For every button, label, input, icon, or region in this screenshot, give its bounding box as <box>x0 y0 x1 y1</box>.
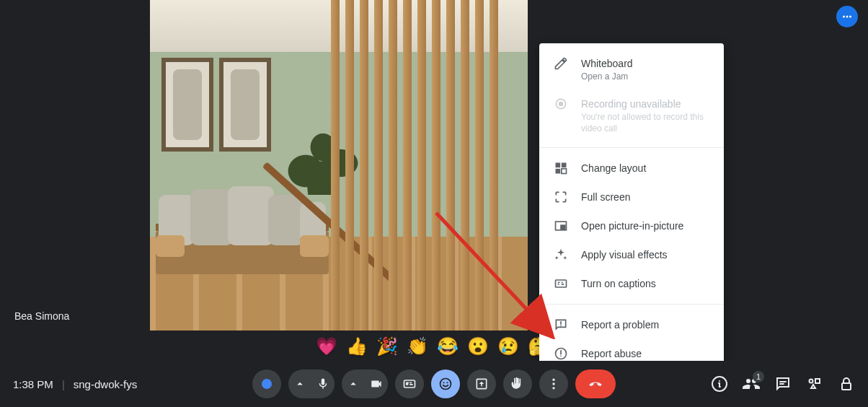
menu-item-captions[interactable]: Turn on captions <box>539 269 724 298</box>
separator: | <box>62 378 65 390</box>
menu-item-fullscreen[interactable]: Full screen <box>539 183 724 211</box>
meeting-details-button[interactable] <box>711 375 728 393</box>
menu-label: Open picture-in-picture <box>581 219 683 233</box>
mic-options-button[interactable] <box>288 369 311 398</box>
svg-point-4 <box>559 102 563 106</box>
captions-button[interactable] <box>395 369 424 398</box>
report-abuse-icon <box>554 346 568 361</box>
svg-rect-5 <box>556 163 561 168</box>
pencil-icon <box>554 56 568 71</box>
svg-rect-16 <box>404 380 415 388</box>
reactions-button[interactable] <box>431 369 460 398</box>
svg-rect-6 <box>562 163 567 168</box>
extension-more-button[interactable] <box>836 6 858 27</box>
menu-sub: You're not allowed to record this video … <box>581 111 709 134</box>
menu-label: Whiteboard <box>581 56 633 71</box>
camera-control <box>342 369 388 398</box>
svg-point-25 <box>810 380 813 383</box>
reaction-clap[interactable]: 👏 <box>407 336 427 356</box>
menu-sub: Open a Jam <box>581 71 633 82</box>
svg-point-19 <box>447 382 448 383</box>
svg-rect-8 <box>562 169 567 174</box>
people-button[interactable]: 1 <box>743 375 760 393</box>
sparkle-icon <box>554 248 568 262</box>
svg-point-22 <box>552 382 554 385</box>
svg-point-18 <box>443 382 445 383</box>
menu-label: Recording unavailable <box>581 97 709 111</box>
clock-time: 1:38 PM <box>13 378 53 390</box>
reaction-heart[interactable]: 💗 <box>316 336 336 356</box>
svg-point-17 <box>440 379 451 390</box>
menu-item-whiteboard[interactable]: Whiteboard Open a Jam <box>539 49 724 89</box>
menu-item-pip[interactable]: Open picture-in-picture <box>539 211 724 240</box>
menu-label: Report a problem <box>581 318 659 332</box>
menu-item-report-problem[interactable]: Report a problem <box>539 310 724 339</box>
pip-icon <box>554 219 568 233</box>
raise-hand-button[interactable] <box>503 369 532 398</box>
camera-toggle-button[interactable] <box>365 369 388 398</box>
host-controls-button[interactable] <box>838 375 855 393</box>
svg-point-2 <box>849 16 851 18</box>
reaction-thumbs-up[interactable]: 👍 <box>346 336 366 356</box>
participant-name: Bea Simona <box>14 310 69 322</box>
menu-label: Full screen <box>581 190 630 204</box>
svg-rect-7 <box>556 169 561 174</box>
reaction-laugh[interactable]: 😂 <box>437 336 457 356</box>
camera-options-button[interactable] <box>342 369 365 398</box>
chat-button[interactable] <box>774 375 792 393</box>
more-options-button[interactable] <box>539 369 568 398</box>
svg-point-1 <box>846 16 849 18</box>
svg-point-21 <box>552 379 554 381</box>
svg-rect-11 <box>556 280 567 287</box>
feedback-icon <box>554 318 568 332</box>
more-options-menu: Whiteboard Open a Jam Recording unavaila… <box>539 43 724 407</box>
menu-divider <box>539 147 724 148</box>
call-controls <box>252 369 616 398</box>
svg-rect-27 <box>842 383 851 390</box>
svg-point-0 <box>843 16 845 18</box>
end-call-button[interactable] <box>575 369 616 398</box>
audio-indicator[interactable] <box>252 369 281 398</box>
menu-item-change-layout[interactable]: Change layout <box>539 154 724 183</box>
activities-button[interactable] <box>806 375 823 393</box>
meeting-info: 1:38 PM | sng-dwok-fys <box>13 378 137 390</box>
record-icon <box>554 97 568 111</box>
menu-item-recording: Recording unavailable You're not allowed… <box>539 89 724 141</box>
menu-divider <box>539 304 724 305</box>
microphone-control <box>288 369 335 398</box>
present-button[interactable] <box>467 369 496 398</box>
people-count-badge: 1 <box>753 371 764 382</box>
reaction-sad[interactable]: 😢 <box>497 336 518 356</box>
video-tile <box>150 0 528 331</box>
right-controls: 1 <box>711 375 855 393</box>
layout-icon <box>554 161 568 175</box>
captions-icon <box>554 276 568 291</box>
menu-item-visual-effects[interactable]: Apply visual effects <box>539 240 724 269</box>
bottom-bar: 1:38 PM | sng-dwok-fys 1 <box>0 361 868 407</box>
menu-label: Change layout <box>581 161 646 175</box>
menu-label: Report abuse <box>581 346 642 361</box>
menu-label: Turn on captions <box>581 276 656 291</box>
menu-label: Apply visual effects <box>581 248 668 262</box>
reaction-party[interactable]: 🎉 <box>376 336 397 356</box>
svg-rect-10 <box>561 225 565 229</box>
reaction-wow[interactable]: 😮 <box>467 336 487 356</box>
mic-toggle-button[interactable] <box>311 369 335 398</box>
meeting-code: sng-dwok-fys <box>74 378 137 390</box>
svg-rect-26 <box>815 379 820 383</box>
svg-point-23 <box>552 387 554 389</box>
fullscreen-icon <box>554 190 568 204</box>
